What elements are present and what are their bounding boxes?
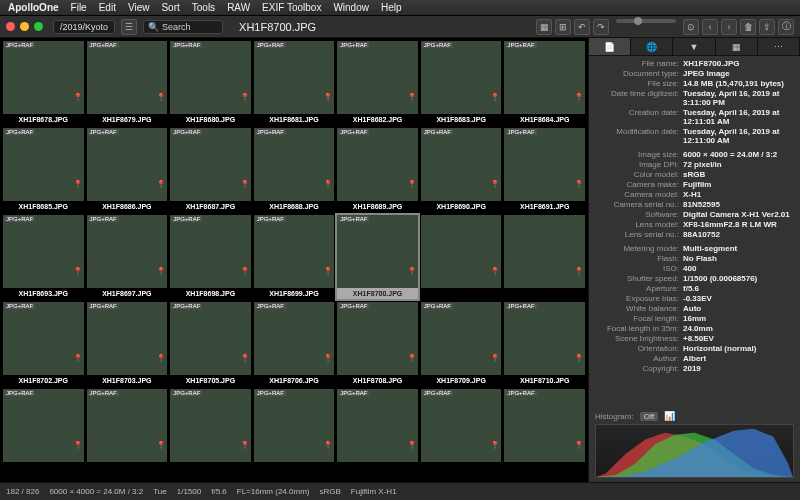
zoom-icon[interactable] bbox=[34, 22, 43, 31]
histogram-mode-icon[interactable]: 📊 bbox=[664, 411, 675, 421]
thumb-filename: XH1F8693.JPG bbox=[3, 288, 84, 299]
thumbnail[interactable]: JPG+RAF📍XH1F8680.JPG bbox=[170, 41, 251, 125]
thumbnail[interactable]: JPG+RAF📍XH1F8683.JPG bbox=[421, 41, 502, 125]
thumbnail[interactable]: JPG+RAF📍XH1F8698.JPG bbox=[170, 215, 251, 299]
loupe-icon[interactable]: ⊙ bbox=[683, 19, 699, 35]
menu-window[interactable]: Window bbox=[333, 2, 369, 13]
thumbnail[interactable]: JPG+RAF📍 bbox=[3, 389, 84, 473]
thumbnail[interactable]: JPG+RAF📍XH1F8693.JPG bbox=[3, 215, 84, 299]
search-input[interactable]: 🔍Search bbox=[143, 20, 223, 34]
thumb-image: JPG+RAF📍 bbox=[170, 389, 251, 462]
histogram-chart bbox=[595, 424, 794, 478]
thumbnail[interactable]: JPG+RAF📍XH1F8710.JPG bbox=[504, 302, 585, 386]
tab-swatches[interactable]: ▦ bbox=[716, 38, 758, 55]
geo-pin-icon: 📍 bbox=[323, 441, 333, 450]
meta-value: 72 pixel/in bbox=[683, 160, 794, 169]
rotate-right-icon[interactable]: ↷ bbox=[593, 19, 609, 35]
thumbnail[interactable]: JPG+RAF📍XH1F8681.JPG bbox=[254, 41, 335, 125]
tab-globe[interactable]: 🌐 bbox=[631, 38, 673, 55]
thumbnail[interactable]: JPG+RAF📍XH1F8687.JPG bbox=[170, 128, 251, 212]
menu-help[interactable]: Help bbox=[381, 2, 402, 13]
meta-row: ISO:400 bbox=[595, 263, 794, 273]
thumbnail[interactable]: JPG+RAF📍XH1F8700.JPG bbox=[337, 215, 418, 299]
menu-sort[interactable]: Sort bbox=[161, 2, 179, 13]
thumbnail[interactable]: 📍 bbox=[504, 215, 585, 299]
format-badge: JPG+RAF bbox=[171, 42, 202, 48]
thumbnail[interactable]: JPG+RAF📍XH1F8686.JPG bbox=[87, 128, 168, 212]
thumbnail[interactable]: JPG+RAF📍XH1F8679.JPG bbox=[87, 41, 168, 125]
path-field[interactable]: /2019/Kyoto bbox=[53, 20, 115, 34]
thumb-filename: XH1F8700.JPG bbox=[337, 288, 418, 299]
tab-filter[interactable]: ▼ bbox=[673, 38, 715, 55]
format-badge: JPG+RAF bbox=[505, 303, 536, 309]
thumbnail[interactable]: JPG+RAF📍XH1F8691.JPG bbox=[504, 128, 585, 212]
thumbnail[interactable]: JPG+RAF📍XH1F8690.JPG bbox=[421, 128, 502, 212]
thumbnail[interactable]: JPG+RAF📍XH1F8678.JPG bbox=[3, 41, 84, 125]
thumbnail[interactable]: JPG+RAF📍XH1F8705.JPG bbox=[170, 302, 251, 386]
thumbnail[interactable]: JPG+RAF📍XH1F8702.JPG bbox=[3, 302, 84, 386]
thumbnail[interactable]: JPG+RAF📍XH1F8697.JPG bbox=[87, 215, 168, 299]
geo-pin-icon: 📍 bbox=[73, 441, 83, 450]
menu-edit[interactable]: Edit bbox=[99, 2, 116, 13]
menu-file[interactable]: File bbox=[71, 2, 87, 13]
minimize-icon[interactable] bbox=[20, 22, 29, 31]
format-badge: JPG+RAF bbox=[505, 42, 536, 48]
thumbnail[interactable]: JPG+RAF📍XH1F8689.JPG bbox=[337, 128, 418, 212]
thumbnail[interactable]: JPG+RAF📍XH1F8709.JPG bbox=[421, 302, 502, 386]
format-badge: JPG+RAF bbox=[338, 303, 369, 309]
menu-view[interactable]: View bbox=[128, 2, 150, 13]
histogram-off-button[interactable]: Off bbox=[640, 412, 659, 421]
grid-icon[interactable]: ⊞ bbox=[555, 19, 571, 35]
share-icon[interactable]: ⇪ bbox=[759, 19, 775, 35]
meta-key: File name: bbox=[595, 59, 679, 68]
geo-pin-icon: 📍 bbox=[156, 267, 166, 276]
format-badge: JPG+RAF bbox=[422, 303, 453, 309]
format-badge: JPG+RAF bbox=[4, 216, 35, 222]
zoom-slider[interactable] bbox=[616, 19, 676, 23]
format-badge: JPG+RAF bbox=[4, 303, 35, 309]
info-icon[interactable]: ⓘ bbox=[778, 19, 794, 35]
thumb-filename: XH1F8709.JPG bbox=[421, 375, 502, 386]
thumbnail[interactable]: JPG+RAF📍XH1F8703.JPG bbox=[87, 302, 168, 386]
thumbnail[interactable]: JPG+RAF📍 bbox=[87, 389, 168, 473]
thumb-image: JPG+RAF📍 bbox=[254, 128, 335, 201]
geo-pin-icon: 📍 bbox=[323, 93, 333, 102]
thumbnail[interactable]: 📍 bbox=[421, 215, 502, 299]
menu-tools[interactable]: Tools bbox=[192, 2, 215, 13]
meta-key: Metering mode: bbox=[595, 244, 679, 253]
geo-pin-icon: 📍 bbox=[156, 180, 166, 189]
thumbnail[interactable]: JPG+RAF📍XH1F8682.JPG bbox=[337, 41, 418, 125]
forward-icon[interactable]: › bbox=[721, 19, 737, 35]
tab-info[interactable]: 📄 bbox=[589, 38, 631, 55]
thumbnail[interactable]: JPG+RAF📍 bbox=[504, 389, 585, 473]
thumbnail[interactable]: JPG+RAF📍XH1F8685.JPG bbox=[3, 128, 84, 212]
thumb-image: JPG+RAF📍 bbox=[504, 128, 585, 201]
back-icon[interactable]: ‹ bbox=[702, 19, 718, 35]
thumbnail[interactable]: JPG+RAF📍 bbox=[170, 389, 251, 473]
thumbnail[interactable]: JPG+RAF📍 bbox=[254, 389, 335, 473]
thumbnail[interactable]: JPG+RAF📍 bbox=[421, 389, 502, 473]
thumbnail[interactable]: JPG+RAF📍XH1F8708.JPG bbox=[337, 302, 418, 386]
menu-raw[interactable]: RAW bbox=[227, 2, 250, 13]
status-make: Fujifilm X-H1 bbox=[351, 487, 397, 496]
thumbnail[interactable]: JPG+RAF📍XH1F8699.JPG bbox=[254, 215, 335, 299]
thumb-filename: XH1F8687.JPG bbox=[170, 201, 251, 212]
meta-value: JPEG Image bbox=[683, 69, 794, 78]
trash-icon[interactable]: 🗑 bbox=[740, 19, 756, 35]
thumb-image: 📍 bbox=[504, 215, 585, 288]
thumb-filename: XH1F8688.JPG bbox=[254, 201, 335, 212]
thumbnail[interactable]: JPG+RAF📍XH1F8688.JPG bbox=[254, 128, 335, 212]
geo-pin-icon: 📍 bbox=[156, 93, 166, 102]
thumbnail[interactable]: JPG+RAF📍XH1F8684.JPG bbox=[504, 41, 585, 125]
menu-exif[interactable]: EXIF Toolbox bbox=[262, 2, 321, 13]
meta-row: Image size:6000 × 4000 = 24.0M / 3:2 bbox=[595, 149, 794, 159]
close-icon[interactable] bbox=[6, 22, 15, 31]
view-mode-icon[interactable]: ▦ bbox=[536, 19, 552, 35]
geo-pin-icon: 📍 bbox=[156, 354, 166, 363]
tab-actions[interactable]: ⋯ bbox=[758, 38, 800, 55]
thumbnail[interactable]: JPG+RAF📍 bbox=[337, 389, 418, 473]
thumbnail[interactable]: JPG+RAF📍XH1F8706.JPG bbox=[254, 302, 335, 386]
thumb-image: JPG+RAF📍 bbox=[170, 302, 251, 375]
rotate-left-icon[interactable]: ↶ bbox=[574, 19, 590, 35]
sidebar-toggle-icon[interactable]: ☰ bbox=[121, 19, 137, 35]
